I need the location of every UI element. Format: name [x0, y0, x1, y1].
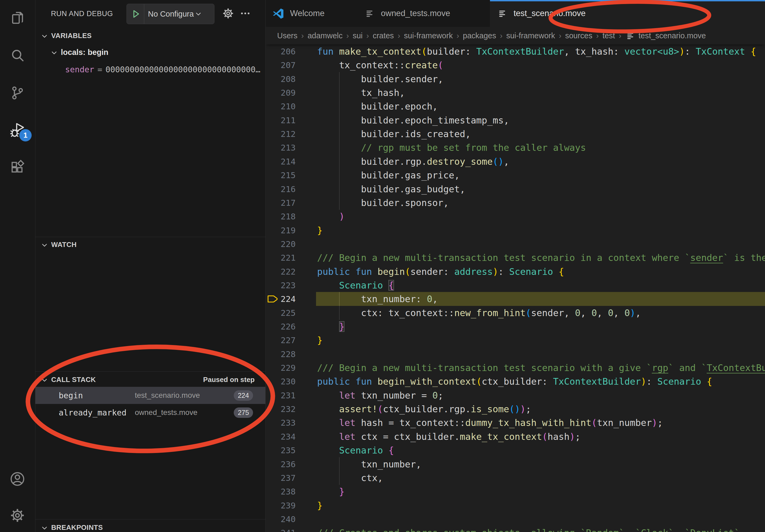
line-number[interactable]: 234: [265, 430, 296, 443]
line-number[interactable]: 237: [265, 471, 296, 485]
activity-bar-item-run-and-debug[interactable]: 1: [0, 116, 35, 145]
code-line-206[interactable]: 206fun make_tx_context(builder: TxContex…: [265, 45, 765, 58]
activity-bar-item-extensions[interactable]: [0, 153, 35, 183]
breadcrumb-item[interactable]: sui-framework: [506, 31, 555, 40]
line-number[interactable]: 223: [265, 278, 296, 292]
code-line-234[interactable]: 234 let ctx = ctx_builder.make_tx_contex…: [265, 430, 765, 443]
code-line-224[interactable]: 224 txn_number: 0,: [265, 292, 765, 306]
variable-row-sender[interactable]: sender = 0000000000000000000000000000000…: [35, 62, 265, 77]
code-line-232[interactable]: 232 assert!(ctx_builder.rgp.is_some());: [265, 402, 765, 416]
line-number[interactable]: 225: [265, 306, 296, 320]
code-line-230[interactable]: 230public fun begin_with_context(ctx_bui…: [265, 375, 765, 389]
line-number[interactable]: 216: [265, 182, 296, 196]
line-number[interactable]: 207: [265, 58, 296, 72]
code-line-211[interactable]: 211 builder.epoch_timestamp_ms,: [265, 113, 765, 127]
code-line-214[interactable]: 214 builder.rgp.destroy_some(),: [265, 154, 765, 168]
line-number[interactable]: 211: [265, 113, 296, 127]
line-number[interactable]: 226: [265, 320, 296, 334]
code-line-227[interactable]: 227}: [265, 333, 765, 347]
call-stack-frame-begin[interactable]: begin test_scenario.move 224: [35, 387, 265, 404]
code-line-223[interactable]: 223 Scenario {: [265, 278, 765, 292]
watch-section-header[interactable]: WATCH: [35, 237, 265, 252]
code-line-222[interactable]: 222public fun begin(sender: address): Sc…: [265, 265, 765, 279]
start-debugging-icon[interactable]: [127, 4, 144, 24]
tab-test_scenario-move[interactable]: test_scenario.move: [490, 0, 765, 27]
code-line-207[interactable]: 207 tx_context::create(: [265, 58, 765, 72]
line-number[interactable]: 221: [265, 251, 296, 265]
code-line-217[interactable]: 217 builder.sponsor,: [265, 196, 765, 210]
variables-section-header[interactable]: VARIABLES: [35, 28, 265, 43]
breadcrumb-item[interactable]: adamwelc: [308, 31, 343, 40]
tab-welcome[interactable]: Welcome: [265, 0, 358, 27]
line-number[interactable]: 236: [265, 457, 296, 471]
code-line-241[interactable]: 241/// Creates and shares system objects…: [265, 526, 765, 532]
code-line-215[interactable]: 215 builder.gas_price,: [265, 168, 765, 182]
code-line-221[interactable]: 221/// Begin a new multi-transaction tes…: [265, 251, 765, 265]
code-line-231[interactable]: 231 let txn_number = 0;: [265, 389, 765, 402]
line-number[interactable]: 233: [265, 416, 296, 430]
line-number[interactable]: 239: [265, 498, 296, 512]
breakpoints-section-header[interactable]: BREAKPOINTS: [35, 520, 265, 532]
line-number[interactable]: 228: [265, 347, 296, 361]
code-line-209[interactable]: 209 tx_hash,: [265, 86, 765, 100]
start-debug-config-dropdown[interactable]: No Configura: [127, 4, 215, 24]
code-line-213[interactable]: 213 // rgp must be set from the caller a…: [265, 140, 765, 154]
line-number[interactable]: 232: [265, 402, 296, 416]
code-line-240[interactable]: 240: [265, 512, 765, 526]
line-number[interactable]: 240: [265, 512, 296, 526]
breadcrumb-file[interactable]: test_scenario.move: [625, 30, 706, 41]
code-line-229[interactable]: 229/// Begin a new multi-transaction tes…: [265, 361, 765, 375]
line-number[interactable]: 215: [265, 168, 296, 182]
line-number[interactable]: 238: [265, 485, 296, 498]
code-line-239[interactable]: 239}: [265, 498, 765, 512]
debug-settings-gear-icon[interactable]: [221, 6, 236, 21]
code-line-228[interactable]: 228: [265, 347, 765, 361]
code-line-238[interactable]: 238 }: [265, 485, 765, 498]
activity-bar-item-source-control[interactable]: [0, 79, 35, 108]
line-number[interactable]: 227: [265, 333, 296, 347]
line-number[interactable]: 217: [265, 196, 296, 210]
call-stack-frame-already_marked[interactable]: already_marked owned_tests.move 275: [35, 404, 265, 421]
more-actions-icon[interactable]: [238, 6, 253, 21]
line-number[interactable]: 218: [265, 209, 296, 223]
tab-owned_tests-move[interactable]: owned_tests.move: [357, 0, 490, 27]
code-line-233[interactable]: 233 let hash = tx_context::dummy_tx_hash…: [265, 416, 765, 430]
breadcrumb-item[interactable]: sui: [353, 31, 363, 40]
line-number[interactable]: 214: [265, 154, 296, 168]
breadcrumb-item[interactable]: test: [602, 31, 615, 40]
line-number[interactable]: 241: [265, 526, 296, 532]
breadcrumb-item[interactable]: packages: [463, 31, 496, 40]
code-line-236[interactable]: 236 txn_number,: [265, 457, 765, 471]
breadcrumb-item[interactable]: Users: [277, 31, 298, 40]
line-number[interactable]: 210: [265, 100, 296, 113]
line-number[interactable]: 208: [265, 72, 296, 86]
line-number[interactable]: 229: [265, 361, 296, 375]
line-number[interactable]: 219: [265, 223, 296, 237]
activity-bar-item-manage[interactable]: [0, 501, 35, 531]
line-number[interactable]: 230: [265, 375, 296, 389]
code-line-219[interactable]: 219}: [265, 223, 765, 237]
line-number[interactable]: 222: [265, 265, 296, 279]
line-number[interactable]: 235: [265, 443, 296, 457]
code-line-216[interactable]: 216 builder.gas_budget,: [265, 182, 765, 196]
activity-bar-item-account[interactable]: [0, 465, 35, 494]
activity-bar-item-search[interactable]: [0, 42, 35, 71]
call-stack-section-header[interactable]: CALL STACK Paused on step: [35, 372, 265, 387]
code-line-210[interactable]: 210 builder.epoch,: [265, 100, 765, 113]
breadcrumb-item[interactable]: crates: [373, 31, 394, 40]
code-line-218[interactable]: 218 ): [265, 209, 765, 223]
code-line-208[interactable]: 208 builder.sender,: [265, 72, 765, 86]
code-line-235[interactable]: 235 Scenario {: [265, 443, 765, 457]
line-number[interactable]: 231: [265, 389, 296, 402]
code-line-212[interactable]: 212 builder.ids_created,: [265, 127, 765, 141]
line-number[interactable]: 213: [265, 140, 296, 154]
variables-scope-row[interactable]: locals: begin: [35, 45, 265, 60]
code-line-226[interactable]: 226 }: [265, 320, 765, 334]
line-number[interactable]: 206: [265, 45, 296, 58]
activity-bar-item-explorer[interactable]: [0, 4, 35, 34]
code-line-237[interactable]: 237 ctx,: [265, 471, 765, 485]
line-number[interactable]: 212: [265, 127, 296, 141]
code-line-225[interactable]: 225 ctx: tx_context::new_from_hint(sende…: [265, 306, 765, 320]
code-line-220[interactable]: 220: [265, 237, 765, 251]
line-number[interactable]: 220: [265, 237, 296, 251]
